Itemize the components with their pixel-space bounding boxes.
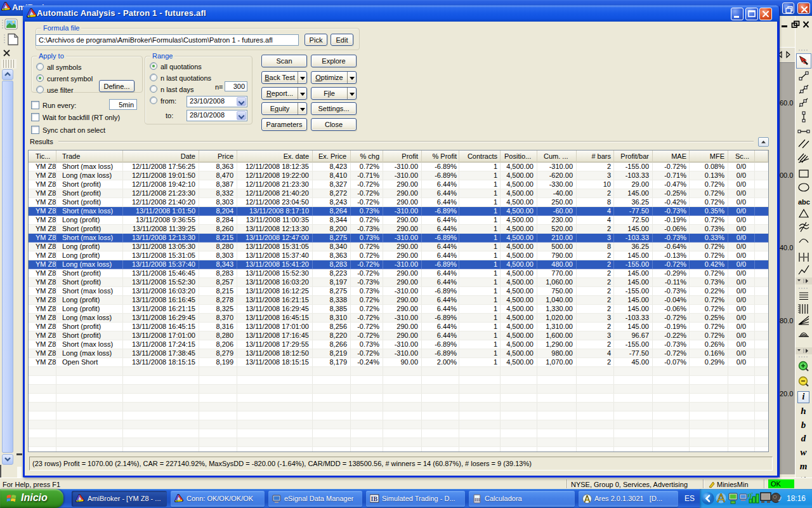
svg-text:abc: abc: [798, 198, 810, 206]
svg-text:IB: IB: [371, 495, 378, 502]
